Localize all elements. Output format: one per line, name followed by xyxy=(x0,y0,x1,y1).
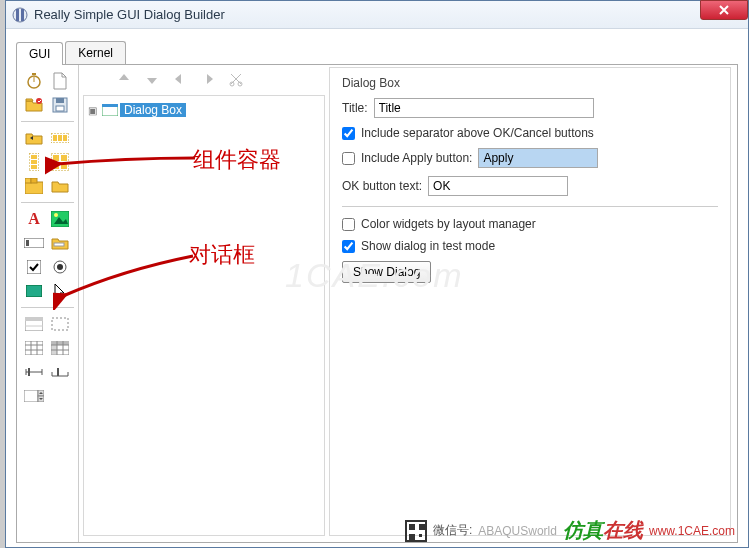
svg-point-34 xyxy=(57,264,63,270)
timer-icon[interactable] xyxy=(23,71,45,91)
svg-rect-15 xyxy=(31,155,37,159)
title-label: Title: xyxy=(342,101,368,115)
content-area: GUI Kernel xyxy=(6,29,748,548)
stepper-icon[interactable] xyxy=(23,386,45,406)
tree-column: ▣ Dialog Box xyxy=(79,65,329,542)
show-dialog-button[interactable]: Show Dialog xyxy=(342,261,431,283)
tree-root-label[interactable]: Dialog Box xyxy=(120,103,186,117)
list-header-icon[interactable] xyxy=(23,314,45,334)
column-strip-icon[interactable] xyxy=(23,152,45,172)
svg-point-6 xyxy=(36,98,42,104)
svg-rect-25 xyxy=(31,178,37,183)
apply-text-input[interactable] xyxy=(478,148,598,168)
svg-rect-11 xyxy=(53,135,57,141)
svg-rect-13 xyxy=(63,135,67,141)
tab-layout-icon[interactable] xyxy=(23,176,45,196)
color-swatch-icon[interactable] xyxy=(23,281,45,301)
app-window: Really Simple GUI Dialog Builder GUI Ker… xyxy=(5,0,749,548)
tool-palette: A xyxy=(17,65,79,542)
include-apply-checkbox[interactable] xyxy=(342,152,355,165)
row-strip-icon[interactable] xyxy=(49,128,71,148)
svg-rect-12 xyxy=(58,135,62,141)
tree-toolbar xyxy=(79,65,329,93)
cursor-icon[interactable] xyxy=(49,281,71,301)
svg-rect-2 xyxy=(21,9,24,21)
svg-rect-17 xyxy=(31,165,37,169)
close-button[interactable] xyxy=(700,0,748,20)
empty-slot xyxy=(49,386,71,406)
wechat-id: ABAQUSworld xyxy=(478,524,557,538)
svg-rect-16 xyxy=(31,160,37,164)
cut-icon[interactable] xyxy=(227,70,245,88)
folder-back-icon[interactable] xyxy=(23,128,45,148)
tree-root-row[interactable]: ▣ Dialog Box xyxy=(88,102,320,118)
tab-kernel[interactable]: Kernel xyxy=(65,41,126,64)
slider-h-icon[interactable] xyxy=(23,362,45,382)
arrow-up-icon[interactable] xyxy=(115,70,133,88)
arrow-right-icon[interactable] xyxy=(199,70,217,88)
grid-boxes-icon[interactable] xyxy=(49,152,71,172)
properties-panel: Dialog Box Title: Include separator abov… xyxy=(329,67,731,536)
window-title: Really Simple GUI Dialog Builder xyxy=(34,7,225,22)
table-filled-icon[interactable] xyxy=(49,338,71,358)
titlebar: Really Simple GUI Dialog Builder xyxy=(6,1,748,29)
include-separator-checkbox[interactable] xyxy=(342,127,355,140)
text-a-icon[interactable]: A xyxy=(23,209,45,229)
show-test-mode-label: Show dialog in test mode xyxy=(361,239,495,253)
tab-bar: GUI Kernel xyxy=(16,41,738,65)
svg-rect-22 xyxy=(61,163,67,169)
checkbox-icon[interactable] xyxy=(23,257,45,277)
slider-v-icon[interactable] xyxy=(49,362,71,382)
title-input[interactable] xyxy=(374,98,594,118)
svg-rect-1 xyxy=(16,9,19,21)
svg-rect-9 xyxy=(56,106,64,111)
footer-watermark: 微信号: ABAQUSworld 仿真在线 www.1CAE.com xyxy=(405,517,735,544)
svg-rect-19 xyxy=(53,155,59,161)
image-icon[interactable] xyxy=(49,209,71,229)
folder-plain-icon[interactable] xyxy=(49,176,71,196)
dialog-node-icon xyxy=(102,102,118,118)
svg-rect-66 xyxy=(102,104,118,107)
properties-title: Dialog Box xyxy=(342,76,718,90)
open-folder-icon[interactable] xyxy=(23,95,45,115)
svg-rect-60 xyxy=(24,390,38,402)
ok-text-input[interactable] xyxy=(428,176,568,196)
component-tree[interactable]: ▣ Dialog Box xyxy=(83,95,325,536)
divider xyxy=(342,206,718,207)
brand-text: 仿真在线 xyxy=(563,517,643,544)
svg-rect-31 xyxy=(54,243,64,246)
svg-rect-4 xyxy=(32,73,36,75)
radio-icon[interactable] xyxy=(49,257,71,277)
field-icon[interactable] xyxy=(23,233,45,253)
svg-point-0 xyxy=(13,8,27,22)
wechat-prefix: 微信号: xyxy=(433,522,472,539)
workarea: A xyxy=(16,65,738,543)
table-icon[interactable] xyxy=(23,338,45,358)
qr-icon xyxy=(405,520,427,542)
svg-rect-32 xyxy=(27,260,41,274)
brand-url: www.1CAE.com xyxy=(649,524,735,538)
color-widgets-checkbox[interactable] xyxy=(342,218,355,231)
svg-rect-53 xyxy=(28,368,30,376)
svg-rect-21 xyxy=(53,163,59,169)
form-folder-icon[interactable] xyxy=(49,233,71,253)
dashed-box-icon[interactable] xyxy=(49,314,71,334)
svg-rect-39 xyxy=(52,318,68,330)
show-test-mode-checkbox[interactable] xyxy=(342,240,355,253)
svg-rect-24 xyxy=(25,178,31,183)
save-icon[interactable] xyxy=(49,95,71,115)
color-widgets-label: Color widgets by layout manager xyxy=(361,217,536,231)
svg-rect-37 xyxy=(25,317,43,321)
arrow-down-icon[interactable] xyxy=(143,70,161,88)
tab-gui[interactable]: GUI xyxy=(16,42,63,65)
expand-icon[interactable]: ▣ xyxy=(88,105,100,116)
svg-rect-30 xyxy=(26,240,29,246)
include-separator-label: Include separator above OK/Cancel button… xyxy=(361,126,594,140)
svg-rect-40 xyxy=(25,341,43,355)
arrow-left-icon[interactable] xyxy=(171,70,189,88)
svg-rect-47 xyxy=(51,341,57,355)
svg-rect-35 xyxy=(26,285,42,297)
include-apply-label: Include Apply button: xyxy=(361,151,472,165)
svg-rect-23 xyxy=(25,182,43,194)
blank-page-icon[interactable] xyxy=(49,71,71,91)
